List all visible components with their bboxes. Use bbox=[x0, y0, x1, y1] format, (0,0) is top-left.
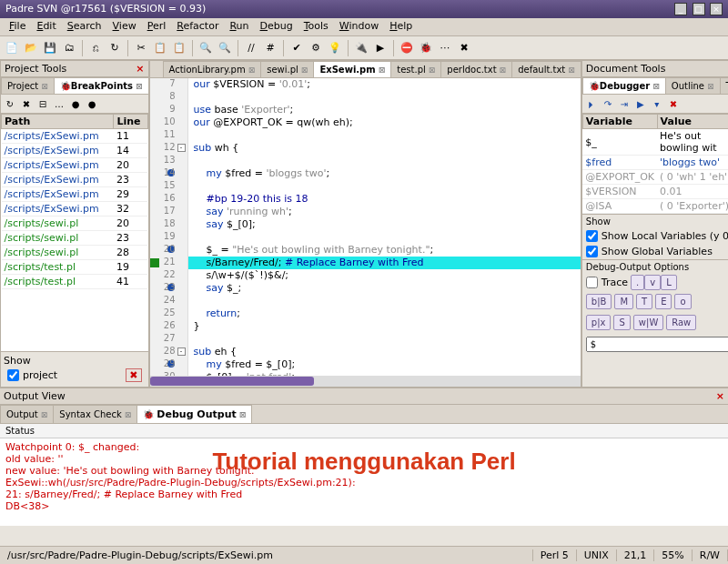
delete-icon[interactable]: ✖ bbox=[126, 368, 141, 382]
toolbar-btn-13[interactable]: ✔ bbox=[288, 40, 305, 56]
dbg-btn-T[interactable]: T bbox=[636, 294, 652, 309]
code-line[interactable]: sub eh { bbox=[188, 346, 581, 358]
trace-chk[interactable] bbox=[586, 277, 598, 288]
table-row[interactable]: $_He's out bowling wit bbox=[582, 129, 728, 156]
code-line[interactable]: say $_[0]; bbox=[188, 218, 581, 231]
dbg-btn-E[interactable]: E bbox=[655, 294, 672, 309]
dbg-btn-w|W[interactable]: w|W bbox=[633, 315, 663, 330]
code-line[interactable]: $_ = "He's out bowling with Barney tonig… bbox=[188, 244, 581, 257]
toolbar-btn-20[interactable]: ⋯ bbox=[437, 40, 453, 56]
table-row[interactable]: $VERSION0.01 bbox=[582, 185, 728, 199]
toolbar-btn-2[interactable]: 💾 bbox=[42, 40, 58, 56]
toolbar-btn-3[interactable]: 🗂 bbox=[61, 40, 77, 56]
debug-cmd-input[interactable] bbox=[586, 337, 728, 352]
col-path[interactable]: Path bbox=[2, 115, 114, 129]
dbg-btn-M[interactable]: M bbox=[614, 294, 633, 309]
dbg-run-1[interactable]: ↷ bbox=[601, 96, 615, 111]
table-row[interactable]: /scripts/sewi.pl20 bbox=[2, 217, 148, 231]
dbg-btn-Raw[interactable]: Raw bbox=[666, 315, 696, 330]
code-line[interactable]: my $fred = 'bloggs two'; bbox=[188, 167, 581, 180]
dbg-btn-L[interactable]: L bbox=[661, 275, 677, 290]
toolbar-btn-17[interactable]: ▶ bbox=[372, 40, 389, 56]
tab-t…[interactable]: T… ⊠ bbox=[720, 77, 729, 94]
bp-tool-2[interactable]: ⊟ bbox=[35, 96, 50, 111]
code-line[interactable]: say $_; bbox=[188, 282, 581, 295]
dbg-btn-p|x[interactable]: p|x bbox=[586, 315, 612, 330]
code-line[interactable]: s/Barney/Fred/; # Replace Barney with Fr… bbox=[188, 257, 581, 269]
toolbar-btn-9[interactable]: 🔍 bbox=[197, 40, 214, 56]
maximize-button[interactable]: □ bbox=[693, 3, 705, 15]
dbg-run-2[interactable]: ⇥ bbox=[617, 96, 632, 111]
bp-tool-4[interactable]: ● bbox=[68, 96, 83, 111]
dbg-btn-b|B[interactable]: b|B bbox=[586, 294, 612, 309]
toolbar-btn-7[interactable]: 📋 bbox=[152, 40, 168, 56]
col-variable[interactable]: Variable bbox=[582, 115, 657, 129]
code-line[interactable]: sub wh { bbox=[188, 142, 581, 155]
menu-perl[interactable]: Perl bbox=[142, 18, 172, 35]
tab-default.txt[interactable]: default.txt ⊠ bbox=[511, 61, 581, 77]
table-row[interactable]: @EXPORT_OK( 0 'wh' 1 'eh') bbox=[582, 170, 728, 185]
code-line[interactable]: } bbox=[188, 320, 581, 333]
code-line[interactable]: use base 'Exporter'; bbox=[188, 104, 581, 116]
code-line[interactable] bbox=[188, 231, 581, 244]
menu-window[interactable]: Window bbox=[334, 18, 384, 35]
bp-tool-1[interactable]: ✖ bbox=[19, 96, 34, 111]
table-row[interactable]: /scripts/test.pl19 bbox=[2, 260, 148, 275]
toolbar-btn-5[interactable]: ↻ bbox=[106, 40, 123, 56]
code-line[interactable] bbox=[188, 180, 581, 193]
tab-output[interactable]: Output ⊠ bbox=[0, 405, 54, 423]
menu-search[interactable]: Search bbox=[62, 18, 107, 35]
toolbar-btn-8[interactable]: 📋 bbox=[171, 40, 187, 56]
toolbar-btn-1[interactable]: 📂 bbox=[23, 40, 39, 56]
bp-tool-3[interactable]: … bbox=[52, 96, 66, 111]
code-line[interactable]: return; bbox=[188, 307, 581, 320]
table-row[interactable]: /scripts/ExSewi.pm23 bbox=[2, 173, 148, 187]
dbg-run-5[interactable]: ✖ bbox=[666, 96, 681, 111]
table-row[interactable]: @ISA( 0 'Exporter') bbox=[582, 199, 728, 214]
code-line[interactable]: my $fred = $_[0]; bbox=[188, 358, 581, 371]
menu-refactor[interactable]: Refactor bbox=[171, 18, 224, 35]
dbg-run-3[interactable]: ▶ bbox=[633, 96, 648, 111]
tab-debug-output[interactable]: 🐞 Debug Output ⊠ bbox=[136, 405, 252, 423]
toolbar-btn-14[interactable]: ⚙ bbox=[308, 40, 324, 56]
bp-tool-5[interactable]: ● bbox=[85, 96, 99, 111]
tab-sewi.pl[interactable]: sewi.pl ⊠ bbox=[260, 61, 314, 77]
dbg-run-4[interactable]: ▾ bbox=[650, 96, 664, 111]
tab-debugger[interactable]: 🐞Debugger ⊠ bbox=[582, 77, 666, 94]
tab-breakpoints[interactable]: 🐞BreakPoints ⊠ bbox=[54, 77, 148, 94]
col-value[interactable]: Value bbox=[657, 115, 728, 129]
menu-view[interactable]: View bbox=[107, 18, 142, 35]
toolbar-btn-15[interactable]: 💡 bbox=[327, 40, 343, 56]
table-row[interactable]: /scripts/test.pl41 bbox=[2, 275, 148, 289]
bp-tool-0[interactable]: ↻ bbox=[3, 96, 17, 111]
project-checkbox[interactable] bbox=[7, 369, 19, 381]
tab-project[interactable]: Project ⊠ bbox=[1, 77, 55, 94]
tab-perldoc.txt[interactable]: perldoc.txt ⊠ bbox=[440, 61, 512, 77]
dbg-run-0[interactable]: ⏵ bbox=[584, 96, 599, 111]
toolbar-btn-21[interactable]: ✖ bbox=[456, 40, 472, 56]
close-button[interactable]: × bbox=[710, 3, 723, 15]
code-line[interactable] bbox=[188, 333, 581, 346]
code-line[interactable] bbox=[188, 129, 581, 142]
code-line[interactable] bbox=[188, 295, 581, 307]
code-line[interactable]: say 'running wh'; bbox=[188, 206, 581, 218]
menu-debug[interactable]: Debug bbox=[255, 18, 298, 35]
menu-tools[interactable]: Tools bbox=[298, 18, 334, 35]
toolbar-btn-19[interactable]: 🐞 bbox=[418, 40, 434, 56]
table-row[interactable]: /scripts/ExSewi.pm29 bbox=[2, 187, 148, 202]
col-line[interactable]: Line bbox=[114, 115, 147, 129]
tab-ActionLibrary.pm[interactable]: ActionLibrary.pm ⊠ bbox=[163, 61, 262, 77]
show-local-chk[interactable] bbox=[586, 230, 598, 242]
toolbar-btn-11[interactable]: // bbox=[243, 40, 259, 56]
menu-edit[interactable]: Edit bbox=[31, 18, 61, 35]
tab-ExSewi.pm[interactable]: ExSewi.pm ⊠ bbox=[313, 61, 391, 77]
menu-help[interactable]: Help bbox=[384, 18, 418, 35]
toolbar-btn-4[interactable]: ⎌ bbox=[87, 40, 104, 56]
dbg-btn-o[interactable]: o bbox=[674, 294, 691, 309]
show-global-chk[interactable] bbox=[586, 246, 598, 257]
table-row[interactable]: /scripts/ExSewi.pm20 bbox=[2, 158, 148, 173]
dbg-btn-S[interactable]: S bbox=[613, 315, 630, 330]
menu-run[interactable]: Run bbox=[224, 18, 254, 35]
menu-file[interactable]: File bbox=[4, 18, 31, 35]
code-line[interactable]: our $VERSION = '0.01'; bbox=[188, 78, 581, 91]
